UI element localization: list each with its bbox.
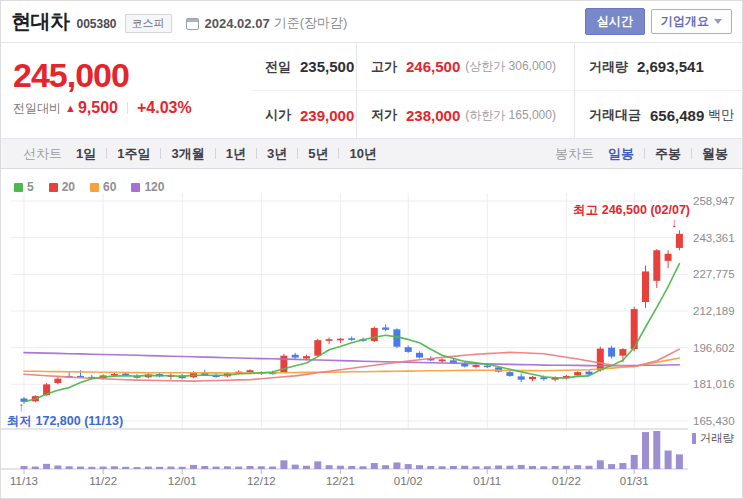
volume-value: 2,693,541 [637,58,704,75]
ma-legend-item-5: 5 [14,180,34,194]
company-overview-label: 기업개요 [661,13,709,30]
header: 현대차 005380 코스피 2024.02.07 기준(장마감) 실시간 기업… [1,1,742,43]
svg-text:12/12: 12/12 [247,475,276,487]
upper-limit: (상한가 306,000) [465,58,556,75]
chevron-down-icon [714,19,722,24]
stock-name: 현대차 [11,8,70,35]
day-low-label: 저가 [371,106,397,124]
period-item-2[interactable]: 3개월 [171,145,204,163]
period-item-1[interactable]: 1주일 [117,145,150,163]
volume-cell: 거래량 2,693,541 [574,43,742,91]
period-item-6[interactable]: 10년 [349,145,376,163]
line-chart-group: 선차트1일1주일3개월1년3년5년10년 [23,145,377,163]
day-low-value: 238,000 [406,107,460,124]
svg-text:212,189: 212,189 [693,305,735,317]
candle-type-item-1[interactable]: 주봉 [655,145,681,163]
svg-text:11/22: 11/22 [89,475,117,487]
candle-type-item-0[interactable]: 일봉 [608,145,634,163]
calendar-icon [186,18,199,30]
prev-close-cell: 전일 235,500 [251,43,356,91]
quote-summary: 245,000 전일대비 ▲ 9,500 +4.03% 전일 235,500 고… [1,43,742,139]
svg-text:196,602: 196,602 [693,342,735,354]
svg-text:165,430: 165,430 [693,415,735,427]
lower-limit: (하한가 165,000) [465,107,556,124]
candle-type-label: 봉차트 [555,145,594,163]
svg-text:01/11: 01/11 [473,475,501,487]
quote-date-suffix: 기준(장마감) [274,14,348,32]
market-badge: 코스피 [125,14,172,33]
volume-bar-icon [692,433,696,444]
stock-page: 현대차 005380 코스피 2024.02.07 기준(장마감) 실시간 기업… [0,0,743,499]
day-high-value: 246,500 [406,58,460,75]
day-open-value: 239,000 [300,107,354,124]
ma-legend-item-120: 120 [131,180,164,194]
high-arrow-icon: ↓ [671,215,678,230]
quote-table: 전일 235,500 고가 246,500 (상한가 306,000) 거래량 … [251,43,742,138]
current-price: 245,000 [13,57,251,93]
current-price-block: 245,000 전일대비 ▲ 9,500 +4.03% [1,43,251,138]
ma-legend: 52060120 [14,180,164,194]
svg-text:181,016: 181,016 [693,378,735,390]
low-arrow-icon: ↑ [18,399,25,414]
trade-amount-value: 656,489 [650,107,704,124]
period-item-5[interactable]: 5년 [308,145,328,163]
chart-period-nav: 선차트1일1주일3개월1년3년5년10년 봉차트일봉주봉월봉 [1,139,742,169]
svg-text:11/13: 11/13 [10,475,38,487]
change-label: 전일대비 [13,100,61,117]
up-triangle-icon: ▲ [65,102,76,114]
candle-type-item-2[interactable]: 월봉 [702,145,728,163]
change-value: 9,500 [78,99,118,117]
svg-text:01/22: 01/22 [552,475,581,487]
trade-amount-cell: 거래대금 656,489 백만 [574,91,742,139]
volume-label: 거래량 [589,58,628,76]
day-high-label: 고가 [371,58,397,76]
volume-legend: 거래량 [692,431,735,446]
day-low-cell: 저가 238,000 (하한가 165,000) [356,91,574,139]
trade-amount-label: 거래대금 [589,106,641,124]
prev-close-label: 전일 [265,58,291,76]
day-open-label: 시가 [265,106,291,124]
company-overview-button[interactable]: 기업개요 [651,9,732,34]
trade-amount-unit: 백만 [708,106,734,124]
period-item-3[interactable]: 1년 [226,145,246,163]
svg-text:258,947: 258,947 [693,195,735,207]
realtime-button[interactable]: 실시간 [585,8,645,35]
svg-text:227,775: 227,775 [693,268,735,280]
svg-text:01/02: 01/02 [394,475,423,487]
candle-chart-group: 봉차트일봉주봉월봉 [555,145,728,163]
svg-text:12/01: 12/01 [168,475,197,487]
quote-date: 2024.02.07 [205,16,270,31]
day-high-cell: 고가 246,500 (상한가 306,000) [356,43,574,91]
period-item-4[interactable]: 3년 [267,145,287,163]
stock-code: 005380 [77,17,117,31]
change-percent: +4.03% [137,99,192,117]
prev-close-value: 235,500 [300,58,354,75]
period-label: 선차트 [23,145,62,163]
svg-text:12/21: 12/21 [326,475,355,487]
period-item-0[interactable]: 1일 [76,145,96,163]
ma-legend-item-20: 20 [49,180,75,194]
svg-text:243,361: 243,361 [693,232,735,244]
day-open-cell: 시가 239,000 [251,91,356,139]
ma-legend-item-60: 60 [90,180,116,194]
price-chart: 52060120 258,947243,361227,775212,189196… [1,169,742,499]
svg-text:01/31: 01/31 [620,475,649,487]
price-change: 전일대비 ▲ 9,500 +4.03% [13,99,251,117]
low-annotation: 최저 172,800 (11/13) [7,413,123,430]
